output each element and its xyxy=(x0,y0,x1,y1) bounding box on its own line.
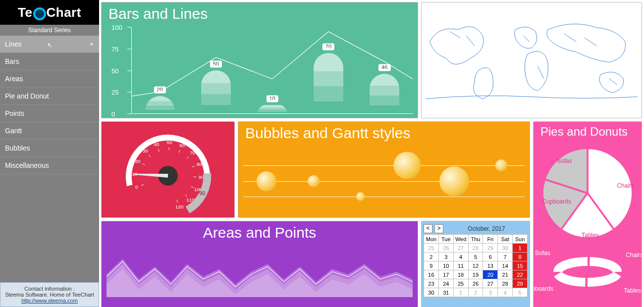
calendar-day[interactable]: 19 xyxy=(468,270,483,279)
svg-text:90: 90 xyxy=(199,190,205,196)
calendar-day[interactable]: 27 xyxy=(453,244,468,253)
bar: 50 xyxy=(201,70,231,113)
logo-text-left: Te xyxy=(18,5,32,20)
calendar-day[interactable]: 31 xyxy=(438,288,453,297)
donut-label-tables: Tables xyxy=(624,287,641,294)
calendar-day[interactable]: 25 xyxy=(424,244,439,253)
calendar-day[interactable]: 29 xyxy=(483,244,498,253)
calendar-day[interactable]: 30 xyxy=(498,244,513,253)
bar-value-label: 46 xyxy=(378,64,390,71)
calendar-day[interactable]: 20 xyxy=(483,270,498,279)
bar: 70 xyxy=(314,53,343,113)
calendar-day[interactable]: 10 xyxy=(438,261,453,270)
calendar-day[interactable]: 26 xyxy=(468,279,483,288)
bar-value-label: 50 xyxy=(210,60,222,67)
bubble xyxy=(257,171,276,191)
tile-title: Areas and Points xyxy=(102,221,418,241)
calendar-day[interactable]: 2 xyxy=(468,288,483,297)
sidebar-item-pie-and-donut[interactable]: Pie and Donut xyxy=(0,88,99,105)
bubble xyxy=(356,192,365,201)
footer-link[interactable]: http://www.steema.com xyxy=(21,298,78,304)
calendar-day[interactable]: 3 xyxy=(438,253,453,261)
calendar-day[interactable]: 26 xyxy=(438,244,453,253)
calendar-day[interactable]: 12 xyxy=(468,261,483,270)
sidebar-item-lines[interactable]: Lines↖▼ xyxy=(0,36,99,53)
calendar-day[interactable]: 13 xyxy=(483,261,498,270)
calendar-day[interactable]: 5 xyxy=(513,288,528,297)
sidebar-item-gantt[interactable]: Gantt xyxy=(0,122,99,140)
calendar-day[interactable]: 25 xyxy=(453,279,468,288)
sidebar-item-areas[interactable]: Areas xyxy=(0,70,99,88)
svg-line-15 xyxy=(187,156,189,158)
calendar-day[interactable]: 17 xyxy=(438,270,453,279)
calendar-day[interactable]: 27 xyxy=(483,279,498,288)
brand-logo: Te Chart xyxy=(0,0,99,25)
tile-areas-points[interactable]: Areas and Points 1020 xyxy=(101,221,418,307)
calendar-day[interactable]: 4 xyxy=(498,288,513,297)
svg-line-5 xyxy=(142,164,145,165)
sidebar-item-bars[interactable]: Bars xyxy=(0,53,99,70)
tile-title: Bars and Lines xyxy=(102,2,418,22)
donut-label-cupboards: Cupboards xyxy=(533,285,553,292)
logo-globe-icon xyxy=(33,7,46,20)
calendar-day[interactable]: 1 xyxy=(453,288,468,297)
tile-pies-donuts[interactable]: Pies and Donuts Sofas Chairs Tables Cupb… xyxy=(533,121,642,307)
tile-calendar[interactable]: < > October, 2017 MonTueWedThuFriSatSun … xyxy=(421,221,530,307)
footer-heading: Contact information : xyxy=(3,286,96,292)
calendar-day[interactable]: 3 xyxy=(483,288,498,297)
svg-text:120: 120 xyxy=(175,204,184,209)
bubble xyxy=(495,159,507,171)
calendar-day[interactable]: 2 xyxy=(424,253,439,261)
calendar-day[interactable]: 28 xyxy=(468,244,483,253)
calendar-day[interactable]: 1 xyxy=(513,244,528,253)
donut-label-sofas: Sofas xyxy=(535,250,550,256)
calendar-day[interactable]: 21 xyxy=(498,270,513,279)
calendar-day[interactable]: 15 xyxy=(513,261,528,270)
calendar-day[interactable]: 11 xyxy=(453,261,468,270)
bar: 46 xyxy=(370,74,399,113)
calendar-day[interactable]: 29 xyxy=(513,279,528,288)
svg-line-1 xyxy=(141,184,144,185)
pie-chart: Sofas Chairs Tables Cupboards xyxy=(538,144,637,243)
svg-line-13 xyxy=(179,150,180,153)
sidebar-title: Standard Series xyxy=(0,25,99,36)
calendar-day[interactable]: 23 xyxy=(424,279,439,288)
calendar-day[interactable]: 4 xyxy=(453,253,468,261)
tile-bubbles[interactable]: Bubbles and Gantt styles xyxy=(238,121,530,218)
calendar-grid: MonTueWedThuFriSatSun 252627282930123456… xyxy=(424,234,528,297)
tile-world-map[interactable] xyxy=(421,2,642,118)
calendar-day[interactable]: 18 xyxy=(453,270,468,279)
sidebar-footer: Contact information : Steema Software. H… xyxy=(0,282,99,307)
svg-line-17 xyxy=(192,166,195,167)
calendar-day[interactable]: 7 xyxy=(498,253,513,261)
svg-line-25 xyxy=(177,200,178,203)
footer-line: Steema Software. Home of TeeChart xyxy=(3,292,96,298)
pie-label-sofas: Sofas xyxy=(557,157,572,164)
calendar-day[interactable]: 24 xyxy=(438,279,453,288)
calendar-day[interactable]: 9 xyxy=(424,261,439,270)
world-map-icon xyxy=(422,2,642,118)
svg-line-9 xyxy=(158,149,159,152)
calendar-prev-button[interactable]: < xyxy=(424,224,432,233)
svg-text:0: 0 xyxy=(135,184,138,190)
tile-gauge[interactable]: 0102030405060708090100110120 90 xyxy=(101,121,235,218)
calendar-day[interactable]: 8 xyxy=(513,253,528,261)
tile-bars-and-lines[interactable]: Bars and Lines 0255075100 2050107046 xyxy=(101,2,418,118)
calendar-day[interactable]: 6 xyxy=(483,253,498,261)
sidebar-item-points[interactable]: Points xyxy=(0,105,99,122)
calendar-day[interactable]: 16 xyxy=(424,270,439,279)
donut-chart: Sofas Chairs Tables Cupboards xyxy=(538,250,637,294)
calendar-day[interactable]: 5 xyxy=(468,253,483,261)
sidebar-item-miscellaneous[interactable]: Miscellaneous xyxy=(0,157,99,174)
calendar-day[interactable]: 28 xyxy=(498,279,513,288)
calendar-day[interactable]: 30 xyxy=(424,288,439,297)
pie-label-cupboards: Cupboards xyxy=(542,198,571,205)
pie-label-chairs: Chairs xyxy=(617,182,634,189)
chevron-down-icon: ▼ xyxy=(89,42,94,47)
calendar-day[interactable]: 22 xyxy=(513,270,528,279)
calendar-day[interactable]: 14 xyxy=(498,261,513,270)
svg-line-7 xyxy=(149,155,151,157)
calendar-next-button[interactable]: > xyxy=(434,224,443,233)
bar: 10 xyxy=(258,105,287,113)
sidebar-item-bubbles[interactable]: Bubbles xyxy=(0,140,99,157)
